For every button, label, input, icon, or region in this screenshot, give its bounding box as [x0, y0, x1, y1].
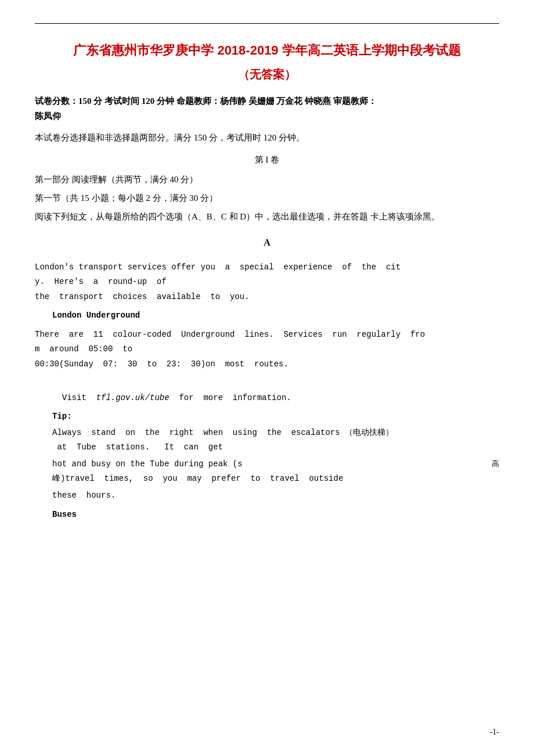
part1-label: 第一部分 阅读理解（共两节，满分 40 分）	[35, 172, 499, 186]
intro-text: 本试卷分选择题和非选择题两部分。满分 150 分，考试用时 120 分钟。	[35, 131, 499, 145]
exam-info: 试卷分数：150 分 考试时间 120 分钟 命题教师：杨伟静 吴姗姗 万金花 …	[35, 94, 499, 124]
tip-line2-text: hot and busy on the Tube during peak (s	[52, 457, 492, 471]
tip-line3: 峰)travel times, so you may prefer to tra…	[52, 471, 499, 486]
top-line	[35, 23, 499, 24]
section1-label: 第一节（共 15 小题；每小题 2 分，满分 30 分）	[35, 191, 499, 205]
tip-line2-chinese-right: 高	[492, 457, 499, 470]
page-number: -1-	[490, 726, 499, 739]
tip-label: Tip:	[52, 410, 499, 423]
underground-text: There are 11 colour-coded Underground li…	[35, 327, 499, 372]
url-italic: tfl.gov.uk/tube	[96, 393, 169, 402]
tip-line1: Always stand on the right when using the…	[52, 426, 499, 455]
underground-label: London Underground	[52, 309, 499, 322]
instruction-text: 阅读下列短文，从每题所给的四个选项（A、B、C 和 D）中，选出最佳选项，并在答…	[35, 210, 499, 225]
tip-line2-container: hot and busy on the Tube during peak (s …	[52, 457, 499, 471]
passage-text-intro: London's transport services offer you a …	[35, 260, 499, 304]
buses-label: Buses	[52, 508, 499, 521]
tip-line4: these hours.	[52, 488, 499, 503]
visit-text: Visit tfl.gov.uk/tube for more informati…	[52, 376, 499, 405]
juan-label: 第 I 卷	[35, 153, 499, 167]
sub-title: （无答案）	[35, 65, 499, 84]
main-title: 广东省惠州市华罗庚中学 2018-2019 学年高二英语上学期中段考试题	[35, 40, 499, 60]
exam-info-line1: 试卷分数：150 分 考试时间 120 分钟 命题教师：杨伟静 吴姗姗 万金花 …	[35, 96, 377, 106]
passage-a-title: A	[35, 235, 499, 250]
exam-info-line2: 陈凤仰	[35, 111, 61, 121]
